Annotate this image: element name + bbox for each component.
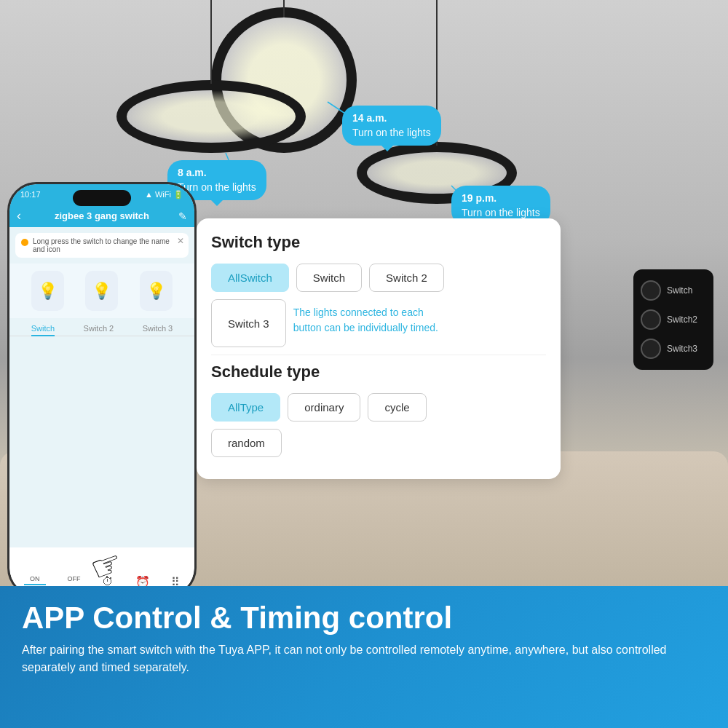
switch-device-btn-3[interactable]: Switch3 — [641, 339, 706, 359]
switch-device-btn-2[interactable]: Switch2 — [641, 309, 706, 330]
bubble-3-time: 19 p.m. — [462, 191, 540, 206]
phone-body: 10:17 ▲ WiFi 🔋 ‹ zigbee 3 gang switch ✎ … — [7, 182, 197, 597]
phone-notch — [73, 190, 131, 206]
switch-type-row2: Switch 3 The lights connected to eachbut… — [211, 299, 546, 347]
btn-switch2[interactable]: Switch 2 — [369, 264, 444, 292]
notif-dot — [21, 239, 28, 246]
phone-edit-button[interactable]: ✎ — [178, 210, 187, 222]
switch-circle-3 — [641, 339, 661, 359]
phone-light-3[interactable]: 💡 — [140, 271, 173, 311]
phone-status-icons: ▲ WiFi 🔋 — [145, 190, 183, 199]
time-bubble-2: 14 a.m. Turn on the lights — [342, 106, 441, 146]
btn-allswitch[interactable]: AllSwitch — [211, 264, 289, 292]
phone-tab-switch[interactable]: Switch — [31, 324, 55, 336]
phone-tab-switch3[interactable]: Switch 3 — [143, 324, 173, 336]
smart-switch-device: Switch Switch2 Switch3 — [633, 269, 713, 370]
switch-device-btn-1[interactable]: Switch — [641, 280, 706, 301]
notif-close-button[interactable]: ✕ — [177, 236, 184, 246]
bubble-2-time: 14 a.m. — [352, 111, 431, 126]
bottom-banner: APP Control & Timing control After pairi… — [0, 586, 728, 728]
phone-light-1[interactable]: 💡 — [31, 271, 64, 311]
switch-circle-1 — [641, 280, 661, 301]
btn-switch1[interactable]: Switch — [296, 264, 362, 292]
phone-notification: Long press the switch to change the name… — [15, 233, 189, 258]
switch-device-label-2: Switch2 — [667, 314, 697, 325]
phone-tab-switch2[interactable]: Switch 2 — [84, 324, 114, 336]
phone-time: 10:17 — [20, 190, 41, 199]
phone-mockup: 10:17 ▲ WiFi 🔋 ‹ zigbee 3 gang switch ✎ … — [7, 182, 197, 597]
phone-lights-row: 💡 💡 💡 — [9, 264, 194, 318]
wire-2 — [210, 0, 212, 84]
phone-light-2[interactable]: 💡 — [85, 271, 118, 311]
phone-screen: 10:17 ▲ WiFi 🔋 ‹ zigbee 3 gang switch ✎ … — [9, 184, 194, 595]
switch-panel: Switch type AllSwitch Switch Switch 2 Sw… — [197, 218, 561, 479]
btn-switch3[interactable]: Switch 3 — [211, 299, 286, 347]
switch-device-label-1: Switch — [667, 285, 692, 296]
light-icon-2: 💡 — [85, 271, 118, 311]
switch-type-buttons: AllSwitch Switch Switch 2 — [211, 264, 546, 292]
switch-device-label-3: Switch3 — [667, 344, 697, 354]
bubble-2-text: Turn on the lights — [352, 126, 431, 141]
switch-circle-2 — [641, 309, 661, 330]
btn-ordinary[interactable]: ordinary — [288, 393, 360, 422]
nav-on-label: ON — [30, 575, 40, 582]
phone-tabs: Switch Switch 2 Switch 3 — [9, 318, 194, 336]
btn-random[interactable]: random — [211, 429, 282, 457]
banner-description: After pairing the smart switch with the … — [22, 641, 706, 676]
btn-alltype[interactable]: AllType — [211, 393, 280, 422]
nav-off-label: OFF — [67, 575, 80, 582]
btn-cycle[interactable]: cycle — [368, 393, 426, 422]
phone-app-header: ‹ zigbee 3 gang switch ✎ — [9, 205, 194, 227]
phone-back-button[interactable]: ‹ — [17, 208, 21, 223]
phone-header-title: zigbee 3 gang switch — [55, 210, 149, 221]
wire-1 — [283, 0, 285, 17]
notif-text: Long press the switch to change the name… — [33, 237, 183, 253]
bubble-1-time: 8 a.m. — [178, 166, 256, 181]
schedule-type-row2: random — [211, 429, 546, 457]
schedule-type-title: Schedule type — [211, 363, 546, 381]
light-icon-3: 💡 — [140, 271, 173, 311]
light-icon-1: 💡 — [31, 271, 64, 311]
pendant-light-2 — [116, 80, 306, 153]
switch-info-text: The lights connected to eachbutton can b… — [293, 305, 438, 336]
switch-type-title: Switch type — [211, 233, 546, 252]
banner-title: APP Control & Timing control — [22, 601, 706, 636]
schedule-type-buttons: AllType ordinary cycle — [211, 393, 546, 422]
section-divider — [211, 355, 546, 355]
